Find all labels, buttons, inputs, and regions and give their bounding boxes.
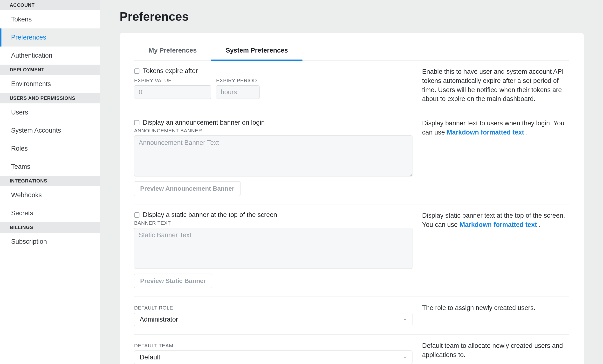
default-role-value: Administrator	[140, 316, 178, 323]
tab-system-preferences[interactable]: System Preferences	[211, 43, 302, 61]
setting-default-team: DEFAULT TEAM Default Default team to all…	[134, 335, 569, 364]
static-banner-field-label: BANNER TEXT	[134, 220, 412, 226]
sidebar-section-users-permissions: USERS AND PERMISSIONS	[0, 93, 100, 103]
tokens-expire-label: Tokens expire after	[143, 67, 198, 75]
static-banner-checkbox-label: Display a static banner at the top of th…	[143, 211, 277, 219]
sidebar-section-integrations: INTEGRATIONS	[0, 176, 100, 186]
static-banner-checkbox[interactable]	[134, 212, 139, 218]
chevron-down-icon	[403, 317, 407, 322]
announcement-banner-textarea[interactable]	[134, 136, 412, 176]
default-team-label: DEFAULT TEAM	[134, 343, 412, 349]
sidebar-item-environments[interactable]: Environments	[0, 75, 100, 93]
expiry-period-input[interactable]	[216, 85, 260, 99]
sidebar-item-webhooks[interactable]: Webhooks	[0, 186, 100, 204]
preview-static-banner-button[interactable]: Preview Static Banner	[134, 273, 212, 288]
announcement-banner-checkbox-label: Display an announcement banner on login	[143, 119, 265, 126]
expiry-period-label: EXPIRY PERIOD	[216, 78, 260, 83]
static-banner-textarea[interactable]	[134, 228, 412, 269]
expiry-value-label: EXPIRY VALUE	[134, 78, 211, 83]
announcement-banner-field-label: ANNOUNCEMENT BANNER	[134, 128, 412, 134]
setting-announcement-banner: Display an announcement banner on login …	[134, 112, 569, 205]
sidebar-item-users[interactable]: Users	[0, 103, 100, 122]
sidebar-section-deployment: DEPLOYMENT	[0, 65, 100, 75]
default-team-help: Default team to allocate newly created u…	[422, 341, 569, 364]
sidebar-item-teams[interactable]: Teams	[0, 158, 100, 176]
sidebar-item-roles[interactable]: Roles	[0, 140, 100, 158]
sidebar-item-authentication[interactable]: Authentication	[0, 46, 100, 65]
static-banner-help: Display static banner text at the top of…	[422, 211, 569, 288]
tab-my-preferences[interactable]: My Preferences	[134, 43, 211, 61]
tokens-expire-checkbox[interactable]	[134, 68, 139, 74]
sidebar-item-subscription[interactable]: Subscription	[0, 233, 100, 251]
announcement-banner-help: Display banner text to users when they l…	[422, 119, 569, 196]
static-markdown-link[interactable]: Markdown formatted text	[460, 221, 537, 228]
token-expiry-help: Enable this to have user and system acco…	[422, 67, 569, 104]
default-team-select[interactable]: Default	[134, 351, 412, 364]
chevron-down-icon	[403, 355, 407, 360]
default-role-select[interactable]: Administrator	[134, 313, 412, 326]
expiry-value-input[interactable]	[134, 85, 211, 99]
setting-default-role: DEFAULT ROLE Administrator The role to a…	[134, 297, 569, 335]
default-role-label: DEFAULT ROLE	[134, 305, 412, 311]
preferences-tabs: My Preferences System Preferences	[134, 43, 569, 60]
default-team-value: Default	[140, 354, 160, 361]
default-role-help: The role to assign newly created users.	[422, 304, 569, 326]
page-title: Preferences	[120, 10, 584, 24]
sidebar-item-preferences[interactable]: Preferences	[0, 28, 100, 46]
sidebar-section-billings: BILLINGS	[0, 222, 100, 233]
sidebar-item-secrets[interactable]: Secrets	[0, 204, 100, 222]
main-content: Preferences My Preferences System Prefer…	[100, 0, 603, 364]
preview-announcement-banner-button[interactable]: Preview Announcement Banner	[134, 181, 241, 196]
preferences-card: My Preferences System Preferences Tokens…	[120, 33, 584, 364]
sidebar-item-tokens[interactable]: Tokens	[0, 10, 100, 28]
setting-static-banner: Display a static banner at the top of th…	[134, 205, 569, 297]
announcement-markdown-link[interactable]: Markdown formatted text	[447, 129, 524, 136]
sidebar: ACCOUNT Tokens Preferences Authenticatio…	[0, 0, 100, 364]
announcement-banner-checkbox[interactable]	[134, 120, 139, 125]
sidebar-item-system-accounts[interactable]: System Accounts	[0, 122, 100, 140]
sidebar-section-account: ACCOUNT	[0, 0, 100, 10]
setting-token-expiry: Tokens expire after EXPIRY VALUE EXPIRY …	[134, 60, 569, 112]
